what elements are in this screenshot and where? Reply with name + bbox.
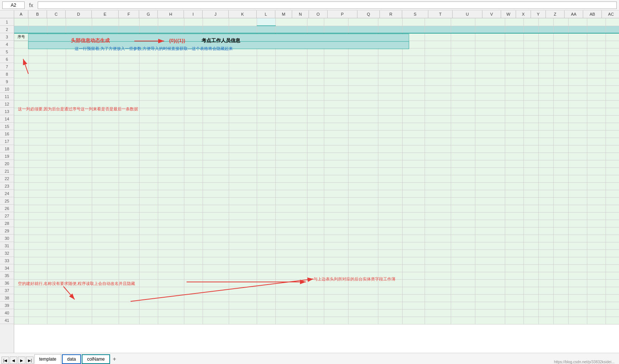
cell-33-P[interactable] — [348, 257, 378, 264]
cell-31-E[interactable] — [92, 242, 119, 250]
cell-39-H[interactable] — [158, 302, 184, 309]
cell-30-AB[interactable] — [606, 235, 619, 242]
cell-5-Y[interactable] — [553, 48, 568, 56]
cell-27-K[interactable] — [229, 212, 257, 220]
cell-35-A[interactable] — [14, 272, 28, 279]
cell-4-A[interactable] — [14, 41, 28, 48]
cell-23-N[interactable] — [307, 182, 324, 190]
cell-24-T[interactable] — [451, 190, 475, 197]
cell-14-Y[interactable] — [553, 115, 568, 123]
cell-29-B[interactable] — [28, 227, 47, 235]
cell-10-E[interactable] — [92, 85, 119, 93]
cell-18-S[interactable] — [425, 145, 451, 153]
cell-17-U[interactable] — [475, 138, 505, 145]
formula-input[interactable] — [38, 1, 617, 9]
cell-37-Z[interactable] — [568, 287, 587, 294]
cell-9-D[interactable] — [66, 78, 92, 85]
cell-7-V[interactable] — [505, 63, 523, 70]
cell-13-S[interactable] — [425, 108, 451, 115]
cell-37-X[interactable] — [538, 287, 553, 294]
cell-15-K[interactable] — [229, 123, 257, 130]
cell-38-Y[interactable] — [553, 294, 568, 302]
cell-41-B[interactable] — [28, 317, 47, 324]
cell-16-X[interactable] — [538, 130, 553, 138]
cell-3-C[interactable]: 性别* — [47, 33, 66, 41]
cell-30-Z[interactable] — [568, 235, 587, 242]
cell-7-N[interactable] — [307, 63, 324, 70]
cell-26-I[interactable] — [184, 205, 203, 212]
cell-18-I[interactable] — [184, 145, 203, 153]
cell-12-Y[interactable] — [553, 100, 568, 108]
cell-17-C[interactable] — [47, 138, 66, 145]
cell-11-T[interactable] — [451, 93, 475, 100]
cell-2-J[interactable] — [203, 26, 229, 33]
cell-21-C[interactable] — [47, 167, 66, 175]
cell-32-N[interactable] — [307, 250, 324, 257]
cell-15-R[interactable] — [402, 123, 425, 130]
cell-36-Q[interactable] — [378, 279, 402, 287]
cell-22-H[interactable] — [158, 175, 184, 182]
cell-37-AA[interactable] — [587, 287, 606, 294]
cell-25-L[interactable] — [257, 197, 275, 205]
cell-13-P[interactable] — [348, 108, 378, 115]
cell-41-C[interactable] — [47, 317, 66, 324]
cell-25-C[interactable] — [47, 197, 66, 205]
cell-13-T[interactable] — [451, 108, 475, 115]
col-header-I[interactable]: I — [184, 10, 203, 18]
cell-11-AB[interactable] — [606, 93, 619, 100]
cell-28-W[interactable] — [523, 220, 538, 227]
cell-12-W[interactable] — [523, 100, 538, 108]
cell-31-T[interactable] — [451, 242, 475, 250]
cell-37-S[interactable] — [425, 287, 451, 294]
cell-26-D[interactable] — [66, 205, 92, 212]
cell-33-U[interactable] — [475, 257, 505, 264]
cell-14-M[interactable] — [275, 115, 307, 123]
cell-13-O[interactable] — [324, 108, 348, 115]
cell-24-Y[interactable] — [553, 190, 568, 197]
cell-22-P[interactable] — [348, 175, 378, 182]
cell-35-Z[interactable] — [568, 272, 587, 279]
cell-1-L[interactable] — [257, 18, 275, 26]
cell-11-X[interactable] — [538, 93, 553, 100]
cell-32-A[interactable] — [14, 250, 28, 257]
cell-32-AB[interactable] — [606, 250, 619, 257]
cell-22-Q[interactable] — [378, 175, 402, 182]
cell-40-A[interactable] — [14, 309, 28, 317]
cell-4-Z[interactable] — [568, 41, 587, 48]
cell-8-T[interactable] — [451, 70, 475, 78]
cell-21-AA[interactable] — [587, 167, 606, 175]
cell-27-Q[interactable] — [378, 212, 402, 220]
cell-28-Z[interactable] — [568, 220, 587, 227]
cell-8-S[interactable] — [425, 70, 451, 78]
cell-13-G[interactable] — [139, 108, 158, 115]
cell-7-F[interactable] — [119, 63, 139, 70]
cell-12-T[interactable] — [451, 100, 475, 108]
cell-27-Z[interactable] — [568, 212, 587, 220]
cell-16-R[interactable] — [402, 130, 425, 138]
cell-12-C[interactable] — [47, 100, 66, 108]
cell-22-F[interactable] — [119, 175, 139, 182]
cell-34-T[interactable] — [451, 264, 475, 272]
cell-1-Z[interactable] — [568, 18, 587, 26]
cell-38-M[interactable] — [275, 294, 307, 302]
cell-14-I[interactable] — [184, 115, 203, 123]
cell-26-AA[interactable] — [587, 205, 606, 212]
cell-38-W[interactable] — [523, 294, 538, 302]
cell-37-M[interactable] — [275, 287, 307, 294]
cell-20-P[interactable] — [348, 160, 378, 167]
cell-15-AA[interactable] — [587, 123, 606, 130]
cell-21-P[interactable] — [348, 167, 378, 175]
cell-6-G[interactable] — [139, 56, 158, 63]
cell-1-S[interactable] — [425, 18, 451, 26]
cell-35-Q[interactable] — [378, 272, 402, 279]
cell-22-AB[interactable] — [606, 175, 619, 182]
cell-40-O[interactable] — [324, 309, 348, 317]
cell-15-E[interactable] — [92, 123, 119, 130]
cell-14-U[interactable] — [475, 115, 505, 123]
cell-39-I[interactable] — [184, 302, 203, 309]
cell-23-W[interactable] — [523, 182, 538, 190]
cell-37-F[interactable] — [119, 287, 139, 294]
cell-38-T[interactable] — [451, 294, 475, 302]
cell-28-M[interactable] — [275, 220, 307, 227]
cell-7-Q[interactable] — [378, 63, 402, 70]
